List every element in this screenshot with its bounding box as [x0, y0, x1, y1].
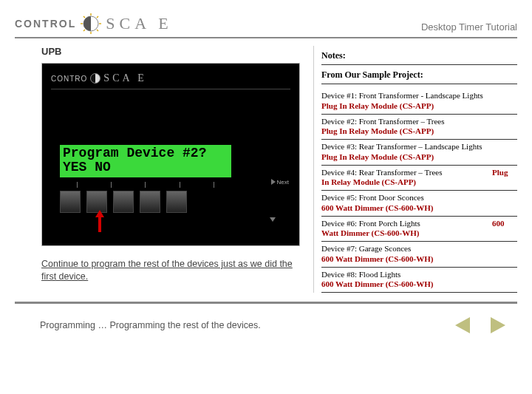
section-title: UPB [41, 46, 313, 57]
left-column: UPB CONTRO SCA E Program Device #2? YES … [15, 46, 313, 293]
page-subtitle: Desktop Timer Tutorial [421, 21, 517, 34]
next-slide-button[interactable] [491, 317, 505, 333]
device-module: 600 Watt Dimmer (CS-600-WH) [321, 203, 517, 214]
device-module: Plug In Relay Module (CS-APP) [321, 101, 517, 112]
device-module: Watt Dimmer (CS-600-WH) [321, 228, 486, 239]
physical-button [60, 191, 81, 213]
notes-heading: Notes: [321, 50, 517, 65]
prev-slide-button[interactable] [455, 317, 470, 333]
svg-line-6 [97, 30, 98, 31]
device-title: Device #6: Front Porch Lights [321, 219, 486, 229]
device-entry: Device #6: Front Porch Lights Watt Dimme… [321, 217, 517, 242]
arrow-down-icon [270, 217, 276, 222]
panel-brand-right: SCA E [103, 72, 147, 84]
header-divider [15, 37, 517, 38]
tick-marks [60, 182, 231, 188]
svg-line-8 [97, 16, 98, 18]
physical-button [113, 191, 134, 213]
device-module: Plug In Relay Module (CS-APP) [321, 126, 517, 137]
lcd-screen: Program Device #2? YES NO [60, 145, 231, 177]
footer: Programming … Programming the rest of th… [40, 317, 505, 333]
device-title: Device #1: Front Transformer - Landscape… [321, 91, 517, 101]
device-module: 600 Watt Dimmer (CS-600-WH) [321, 279, 517, 290]
device-title: Device #7: Garage Sconces [321, 244, 517, 254]
instruction-caption: Continue to program the rest of the devi… [41, 258, 300, 283]
device-title: Device #4: Rear Transformer – Trees [321, 168, 486, 178]
panel-clock-icon [90, 73, 100, 84]
brand-logo: CONTROL SCA E [15, 13, 173, 34]
button-row [60, 191, 187, 213]
panel-brand: CONTRO SCA E [51, 72, 147, 84]
device-entry: Device #2: Front Transformer – Trees Plu… [321, 115, 517, 140]
physical-button [140, 191, 160, 213]
sun-clock-icon [81, 13, 101, 34]
footer-divider [15, 302, 517, 304]
device-module: 600 Watt Dimmer (CS-600-WH) [321, 254, 517, 265]
device-entry: Device #5: Front Door Sconces 600 Watt D… [321, 191, 517, 217]
brand-text-right: SCA E [106, 14, 173, 33]
panel-divider [51, 89, 290, 89]
device-title: Device #2: Front Transformer – Trees [321, 117, 517, 127]
panel-brand-left: CONTRO [51, 75, 87, 83]
device-module: Plug In Relay Module (CS-APP) [321, 152, 517, 163]
red-pointer-icon [95, 210, 104, 232]
device-entry: Device #3: Rear Transformer – Landscape … [321, 140, 517, 166]
device-panel-screenshot: CONTRO SCA E Program Device #2? YES NO [41, 63, 300, 246]
arrow-right-icon [271, 179, 276, 185]
svg-line-7 [83, 30, 85, 31]
brand-text-left: CONTROL [15, 18, 76, 30]
tutorial-slide: CONTROL SCA E Desktop Timer Tutorial [0, 0, 532, 394]
header: CONTROL SCA E Desktop Timer Tutorial [15, 13, 517, 34]
notes-column: Notes: From Our Sample Project: Device #… [313, 46, 517, 293]
device-entry: Device #8: Flood Lights 600 Watt Dimmer … [321, 268, 517, 293]
device-module-ext: Plug [492, 168, 517, 188]
device-entry: Device #7: Garage Sconces 600 Watt Dimme… [321, 242, 517, 268]
footer-nav [455, 317, 505, 333]
device-entry: Device #4: Rear Transformer – Trees In R… [321, 166, 517, 191]
device-title: Device #3: Rear Transformer – Landscape … [321, 142, 517, 152]
notes-subheading: From Our Sample Project: [321, 69, 517, 84]
device-title: Device #5: Front Door Sconces [321, 193, 517, 203]
lcd-line-1: Program Device #2? [63, 146, 228, 160]
lcd-line-2: YES NO [63, 160, 228, 174]
next-label: Next [277, 179, 289, 186]
svg-line-5 [83, 16, 85, 18]
device-entry: Device #1: Front Transformer - Landscape… [321, 89, 517, 115]
device-module: In Relay Module (CS-APP) [321, 177, 486, 188]
physical-button [166, 191, 187, 213]
device-module-ext: 600 [492, 219, 517, 240]
device-title: Device #8: Flood Lights [321, 270, 517, 280]
main-content: UPB CONTRO SCA E Program Device #2? YES … [15, 46, 517, 293]
footer-text: Programming … Programming the rest of th… [40, 320, 261, 330]
